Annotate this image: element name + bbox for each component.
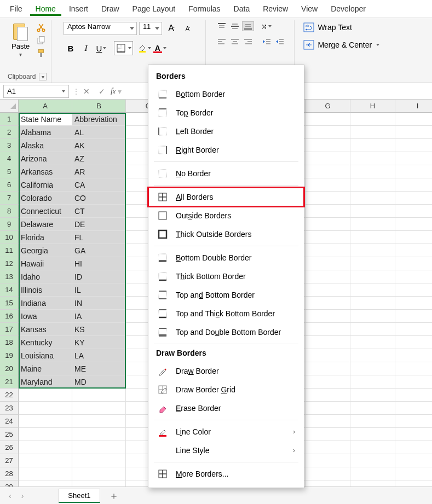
- cell-B6[interactable]: CA: [72, 178, 126, 192]
- row-header-3[interactable]: 3: [0, 139, 19, 152]
- next-sheet-button[interactable]: ›: [19, 491, 26, 500]
- row-header-18[interactable]: 18: [0, 336, 19, 349]
- cell-B7[interactable]: CO: [72, 192, 126, 205]
- cell-A13[interactable]: Idaho: [19, 270, 72, 283]
- cell-I19[interactable]: [395, 349, 432, 362]
- cell-A15[interactable]: Indiana: [19, 297, 72, 310]
- row-header-25[interactable]: 25: [0, 428, 19, 441]
- dropdown-item-line-style[interactable]: Line Style›: [148, 441, 304, 460]
- row-header-13[interactable]: 13: [0, 270, 19, 283]
- menu-home[interactable]: Home: [30, 2, 61, 16]
- cell-H9[interactable]: [350, 218, 395, 231]
- cell-B10[interactable]: FL: [72, 231, 126, 244]
- cell-A12[interactable]: Hawaii: [19, 257, 72, 270]
- cell-A14[interactable]: Illinois: [19, 283, 72, 297]
- cell-G12[interactable]: [306, 257, 350, 270]
- dropdown-item-top-and-thick-bottom-border[interactable]: Top and Thick Bottom Border: [148, 304, 304, 323]
- row-header-10[interactable]: 10: [0, 231, 19, 244]
- cell-H26[interactable]: [350, 441, 395, 454]
- cell-H11[interactable]: [350, 244, 395, 257]
- cell-I27[interactable]: [395, 454, 432, 467]
- cell-H27[interactable]: [350, 454, 395, 467]
- prev-sheet-button[interactable]: ‹: [7, 491, 14, 500]
- cell-H4[interactable]: [350, 152, 395, 165]
- column-header-H[interactable]: H: [350, 100, 395, 113]
- menu-draw[interactable]: Draw: [96, 2, 125, 15]
- cell-H6[interactable]: [350, 178, 395, 192]
- cell-H17[interactable]: [350, 323, 395, 336]
- cell-G3[interactable]: [306, 139, 350, 152]
- dropdown-item-left-border[interactable]: Left Border: [148, 122, 304, 141]
- dropdown-item-right-border[interactable]: Right Border: [148, 141, 304, 159]
- cell-G1[interactable]: [306, 113, 350, 126]
- cell-G25[interactable]: [306, 428, 350, 441]
- cell-H12[interactable]: [350, 257, 395, 270]
- menu-formulas[interactable]: Formulas: [183, 2, 226, 15]
- cell-A8[interactable]: Connecticut: [19, 205, 72, 218]
- cell-I4[interactable]: [395, 152, 432, 165]
- cell-I8[interactable]: [395, 205, 432, 218]
- cell-A19[interactable]: Louisiana: [19, 349, 72, 362]
- cell-I23[interactable]: [395, 402, 432, 415]
- menu-insert[interactable]: Insert: [64, 2, 94, 15]
- cut-button[interactable]: [36, 22, 46, 32]
- row-header-21[interactable]: 21: [0, 375, 19, 389]
- row-header-11[interactable]: 11: [0, 244, 19, 257]
- cell-G6[interactable]: [306, 178, 350, 192]
- cell-I20[interactable]: [395, 362, 432, 375]
- wrap-text-button[interactable]: ab Wrap Text: [300, 21, 355, 33]
- cell-I13[interactable]: [395, 270, 432, 283]
- row-header-1[interactable]: 1: [0, 113, 19, 126]
- row-header-7[interactable]: 7: [0, 192, 19, 205]
- cell-A1[interactable]: State Name: [19, 113, 72, 126]
- copy-button[interactable]: [36, 36, 46, 45]
- menu-view[interactable]: View: [296, 2, 323, 15]
- cell-G13[interactable]: [306, 270, 350, 283]
- dropdown-item-more-borders[interactable]: More Borders...: [148, 465, 304, 483]
- cell-B23[interactable]: [72, 402, 126, 415]
- cell-A9[interactable]: Delaware: [19, 218, 72, 231]
- menu-data[interactable]: Data: [228, 2, 256, 15]
- cell-H15[interactable]: [350, 297, 395, 310]
- align-right-button[interactable]: [242, 37, 254, 47]
- dropdown-item-top-border[interactable]: Top Border: [148, 103, 304, 122]
- row-header-20[interactable]: 20: [0, 362, 19, 375]
- cell-G28[interactable]: [306, 467, 350, 480]
- cell-B12[interactable]: HI: [72, 257, 126, 270]
- cell-B14[interactable]: IL: [72, 283, 126, 297]
- paste-button[interactable]: Paste ▾: [8, 21, 33, 59]
- add-sheet-button[interactable]: ＋: [106, 489, 122, 502]
- cell-H8[interactable]: [350, 205, 395, 218]
- cell-G11[interactable]: [306, 244, 350, 257]
- align-middle-button[interactable]: [229, 21, 241, 31]
- cell-I28[interactable]: [395, 467, 432, 480]
- increase-font-button[interactable]: Aˆ: [164, 21, 178, 36]
- cell-B26[interactable]: [72, 441, 126, 454]
- cell-I26[interactable]: [395, 441, 432, 454]
- align-bottom-button[interactable]: [242, 21, 254, 31]
- menu-file[interactable]: File: [4, 2, 28, 15]
- cell-G18[interactable]: [306, 336, 350, 349]
- cell-A10[interactable]: Florida: [19, 231, 72, 244]
- cell-A28[interactable]: [19, 467, 72, 480]
- menu-review[interactable]: Review: [257, 2, 293, 15]
- cell-H22[interactable]: [350, 389, 395, 402]
- cell-H24[interactable]: [350, 415, 395, 428]
- cell-G26[interactable]: [306, 441, 350, 454]
- cell-A17[interactable]: Kansas: [19, 323, 72, 336]
- cell-I1[interactable]: [395, 113, 432, 126]
- cell-I22[interactable]: [395, 389, 432, 402]
- dropdown-item-thick-bottom-border[interactable]: Thick Bottom Border: [148, 267, 304, 286]
- cell-B15[interactable]: IN: [72, 297, 126, 310]
- cell-A24[interactable]: [19, 415, 72, 428]
- row-header-12[interactable]: 12: [0, 257, 19, 270]
- dropdown-item-line-color[interactable]: Line Color›: [148, 422, 304, 441]
- cell-B19[interactable]: LA: [72, 349, 126, 362]
- cell-G20[interactable]: [306, 362, 350, 375]
- cell-I9[interactable]: [395, 218, 432, 231]
- cell-B24[interactable]: [72, 415, 126, 428]
- cell-I25[interactable]: [395, 428, 432, 441]
- cell-G9[interactable]: [306, 218, 350, 231]
- bold-button[interactable]: B: [64, 41, 78, 55]
- dropdown-item-thick-outside-borders[interactable]: Thick Outside Borders: [148, 225, 304, 244]
